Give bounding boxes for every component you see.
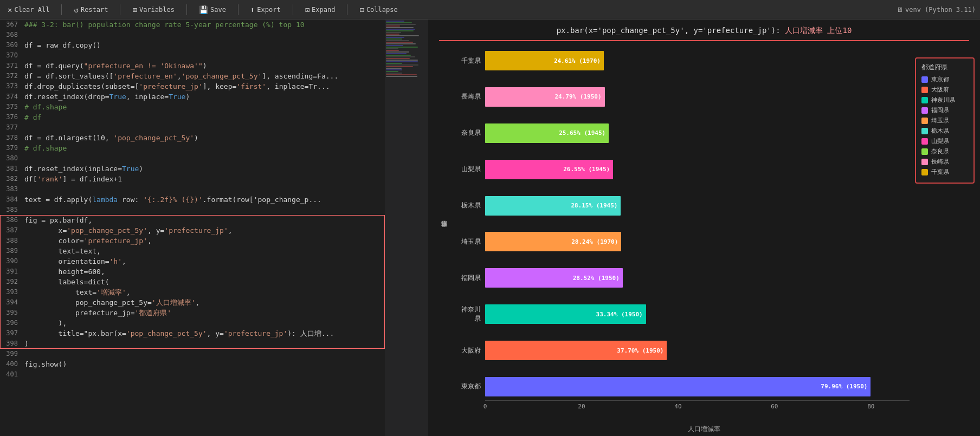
line-content: text = df.apply(lambda row: '{:.2f}% ({}… (24, 194, 385, 205)
line-content: title="px.bar(x='pop_change_pct_5y', y='… (24, 328, 385, 339)
save-label: Save (210, 6, 226, 14)
line-content: text='増減率', (24, 287, 385, 297)
restart-icon: ↺ (74, 5, 78, 14)
code-line: 377 (0, 122, 385, 133)
legend-item-label: 福岡県 (931, 106, 949, 114)
code-line: 400fig.show() (0, 359, 385, 369)
line-number: 369 (0, 40, 24, 50)
bar-label: 大阪府 (455, 346, 485, 355)
chart-panel: px.bar(x='pop_change_pct_5y', y='prefect… (428, 19, 980, 436)
line-number: 388 (0, 236, 24, 246)
line-content: prefecture_jp='都道府県' (24, 308, 385, 318)
main-area: 367### 3-2: bar() population change rate… (0, 19, 980, 436)
expand-button[interactable]: ⊡ Expand (302, 4, 339, 15)
line-number: 394 (0, 297, 24, 308)
minimap[interactable] (385, 19, 428, 436)
chart-body: 都道府県 千葉県24.61% (1970)長崎県24.79% (1950)奈良県… (428, 41, 980, 422)
export-icon: ⬆ (250, 5, 255, 14)
bar-fill: 24.61% (1970) (485, 51, 604, 70)
variables-button[interactable]: ⊞ Variables (129, 4, 177, 15)
export-label: Export (257, 6, 280, 14)
code-line: 369df = raw_df.copy() (0, 40, 385, 50)
line-number: 395 (0, 308, 24, 318)
collapse-button[interactable]: ⊟ Collapse (356, 4, 401, 15)
code-line: 375# df.shape (0, 102, 385, 112)
code-lines[interactable]: 367### 3-2: bar() population change rate… (0, 19, 385, 436)
code-line: 395 prefecture_jp='都道府県' (0, 308, 385, 318)
line-number: 379 (0, 143, 24, 153)
legend-color-swatch (921, 97, 928, 103)
legend-color-swatch (921, 76, 928, 83)
expand-icon: ⊡ (305, 5, 310, 14)
legend-color-swatch (921, 118, 928, 124)
clear-all-button[interactable]: ✕ Clear All (4, 4, 53, 15)
line-content: pop_change_pct_5y='人口増減率', (24, 297, 385, 308)
collapse-label: Collapse (366, 6, 398, 14)
line-number: 368 (0, 30, 24, 40)
export-button[interactable]: ⬆ Export (247, 4, 284, 15)
code-line: 401 (0, 369, 385, 380)
bar-label: 神奈川県 (455, 305, 485, 323)
line-content: df.reset_index(inplace=True) (24, 164, 385, 174)
toolbar: ✕ Clear All ↺ Restart ⊞ Variables 💾 Save… (0, 0, 980, 19)
save-button[interactable]: 💾 Save (196, 4, 229, 15)
line-content: ), (24, 318, 385, 328)
legend-item-label: 神奈川県 (931, 96, 955, 104)
line-number: 393 (0, 287, 24, 297)
line-number: 380 (0, 153, 24, 164)
line-number: 399 (0, 349, 24, 359)
line-content: df = raw_df.copy() (24, 40, 385, 50)
line-content: height=600, (24, 266, 385, 277)
line-content: df = df.sort_values(['prefecture_en','po… (24, 71, 385, 81)
divider-5 (293, 4, 293, 15)
line-content (24, 30, 385, 40)
line-number: 367 (0, 19, 24, 30)
bar-track: 37.70% (1950) (485, 341, 910, 360)
legend-item: 福岡県 (921, 106, 968, 114)
line-content (24, 369, 385, 380)
code-line: 367### 3-2: bar() population change rate… (0, 19, 385, 30)
restart-button[interactable]: ↺ Restart (70, 4, 111, 15)
bar-fill: 28.52% (1950) (485, 268, 623, 288)
line-content: text=text, (24, 246, 385, 256)
code-line: 373df.drop_duplicates(subset=['prefectur… (0, 81, 385, 92)
restart-label: Restart (81, 6, 108, 14)
legend-item-label: 大阪府 (931, 86, 949, 94)
legend-item: 山梨県 (921, 137, 968, 145)
legend-item-label: 奈良県 (931, 147, 949, 155)
line-content: df['rank'] = df.index+1 (24, 174, 385, 184)
legend-color-swatch (921, 128, 928, 134)
x-tick: 80 (867, 403, 874, 410)
bar-track: 26.55% (1945) (485, 160, 910, 179)
line-number: 378 (0, 133, 24, 143)
bar-fill: 28.24% (1970) (485, 232, 621, 251)
legend-color-swatch (921, 138, 928, 145)
variables-label: Variables (139, 6, 175, 14)
variables-icon: ⊞ (132, 5, 137, 14)
code-line: 393 text='増減率', (0, 287, 385, 297)
code-panel: 367### 3-2: bar() population change rate… (0, 19, 385, 436)
code-line: 387 x='pop_change_pct_5y', y='prefecture… (0, 225, 385, 236)
line-number: 375 (0, 102, 24, 112)
code-line: 374df.reset_index(drop=True, inplace=Tru… (0, 92, 385, 102)
legend-color-swatch (921, 159, 928, 165)
line-content (24, 50, 385, 61)
code-line: 371df = df.query("prefecture_en != 'Okin… (0, 61, 385, 71)
bar-fill: 24.79% (1950) (485, 87, 605, 107)
monitor-icon: 🖥 (897, 6, 903, 14)
chart-title: px.bar(x='pop_change_pct_5y', y='prefect… (439, 19, 969, 41)
legend-item-label: 山梨県 (931, 137, 949, 145)
legend-item: 奈良県 (921, 147, 968, 155)
env-info: 🖥 venv (Python 3.11) (897, 6, 976, 14)
bar-label: 埼玉県 (455, 237, 485, 246)
divider-1 (61, 4, 62, 15)
legend-color-swatch (921, 87, 928, 93)
line-content: fig.show() (24, 359, 385, 369)
bar-row: 奈良県25.65% (1945) (455, 119, 910, 147)
code-line: 399 (0, 349, 385, 359)
x-axis-main-label: 人口増減率 (428, 422, 980, 436)
bar-row: 東京都79.96% (1950) (455, 373, 910, 401)
line-content: ) (24, 339, 385, 349)
line-content: x='pop_change_pct_5y', y='prefecture_jp'… (24, 225, 385, 236)
bar-row: 山梨県26.55% (1945) (455, 155, 910, 184)
